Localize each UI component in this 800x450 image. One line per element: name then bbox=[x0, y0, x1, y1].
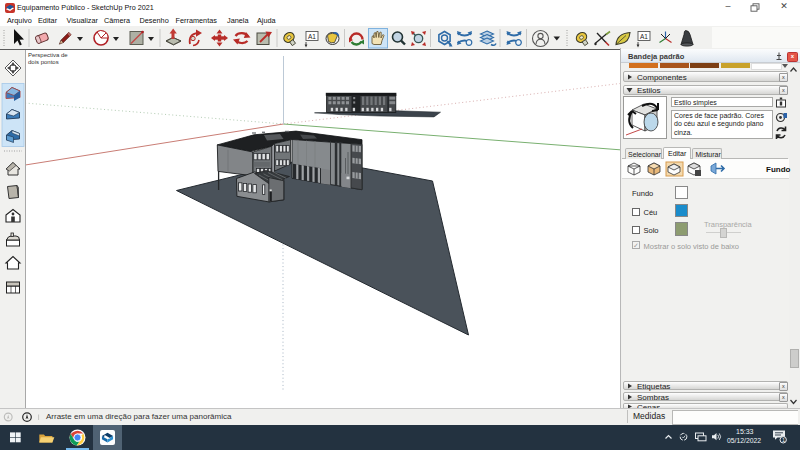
svg-text:A1: A1 bbox=[640, 33, 648, 40]
svg-text:A1: A1 bbox=[308, 33, 316, 40]
svg-text:1: 1 bbox=[782, 437, 785, 443]
